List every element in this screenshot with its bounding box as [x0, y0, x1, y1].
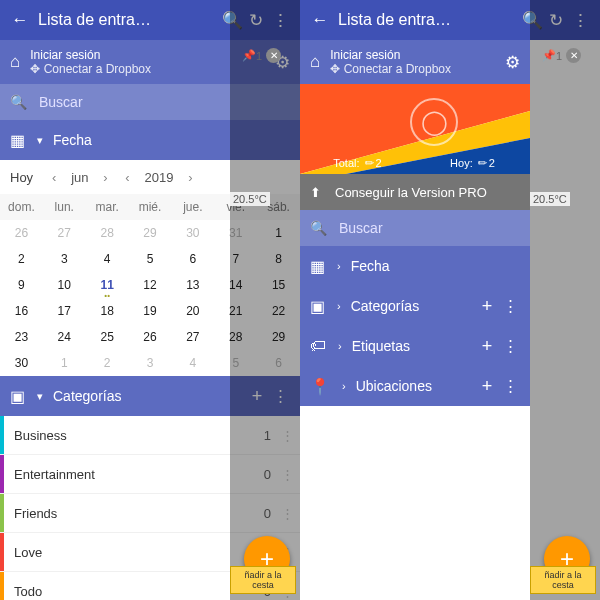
- section-ubicaciones[interactable]: 📍 › Ubicaciones + ⋮: [300, 366, 530, 406]
- section-fecha[interactable]: ▦ › Fecha: [300, 246, 530, 286]
- back-icon[interactable]: ←: [308, 10, 332, 30]
- calendar-day[interactable]: 27: [171, 324, 214, 350]
- dropbox-label: Conectar a Dropbox: [44, 62, 151, 76]
- calendar-day[interactable]: 1: [43, 350, 86, 376]
- calendar-day[interactable]: 29: [129, 220, 172, 246]
- calendar-day[interactable]: 10: [43, 272, 86, 298]
- today-button[interactable]: Hoy: [0, 170, 43, 185]
- calendar-day[interactable]: 5: [129, 246, 172, 272]
- calendar-day[interactable]: 18: [86, 298, 129, 324]
- upgrade-pro[interactable]: ⬆ Conseguir la Version PRO: [300, 174, 530, 210]
- calendar-day[interactable]: 4: [86, 246, 129, 272]
- year-next-icon[interactable]: ›: [179, 170, 201, 185]
- cart-snippet[interactable]: ñadir a la cesta: [230, 566, 296, 594]
- calendar-day[interactable]: 6: [171, 246, 214, 272]
- calendar-day[interactable]: 13: [171, 272, 214, 298]
- section-categorias[interactable]: ▣ › Categorías + ⋮: [300, 286, 530, 326]
- category-name: Entertainment: [14, 467, 264, 482]
- home-icon: ⌂: [10, 52, 20, 72]
- calendar-day[interactable]: 3: [43, 246, 86, 272]
- calendar-day[interactable]: 12: [129, 272, 172, 298]
- avatar-icon[interactable]: ◯: [410, 98, 458, 146]
- pro-label: Conseguir la Version PRO: [335, 185, 487, 200]
- category-name: Business: [14, 428, 264, 443]
- dayname: lun.: [43, 194, 86, 220]
- dropbox-label: Conectar a Dropbox: [344, 62, 451, 76]
- calendar-day[interactable]: 24: [43, 324, 86, 350]
- hero-panel: ◯ Total: ✎2 Hoy: ✎2: [300, 84, 530, 174]
- back-icon[interactable]: ←: [8, 10, 32, 30]
- magnify-icon: 🔍: [310, 220, 327, 236]
- category-color: [0, 416, 4, 454]
- calendar-day[interactable]: 16: [0, 298, 43, 324]
- pin-icon: 📍: [310, 377, 330, 396]
- add-button[interactable]: +: [474, 296, 500, 317]
- calendar-day[interactable]: 27: [43, 220, 86, 246]
- section-etiquetas[interactable]: 🏷 › Etiquetas + ⋮: [300, 326, 530, 366]
- dayname: jue.: [171, 194, 214, 220]
- home-icon: ⌂: [310, 52, 320, 72]
- calendar-day[interactable]: 25: [86, 324, 129, 350]
- background-dimmer: 📌 1 ✕ 20.5°C: [530, 0, 600, 600]
- calendar-day[interactable]: 28: [86, 220, 129, 246]
- dayname: dom.: [0, 194, 43, 220]
- cart-snippet[interactable]: ñadir a la cesta: [530, 566, 596, 594]
- page-title: Lista de entra…: [32, 11, 220, 29]
- calendar-day[interactable]: 3: [129, 350, 172, 376]
- pin-count: 📌 1 ✕: [542, 48, 581, 63]
- calendar-day[interactable]: 2: [86, 350, 129, 376]
- chevron-down-icon: ▾: [37, 390, 43, 403]
- dayname: mar.: [86, 194, 129, 220]
- calendar-day[interactable]: 23: [0, 324, 43, 350]
- add-button[interactable]: +: [474, 376, 500, 397]
- calendar-day[interactable]: 26: [129, 324, 172, 350]
- login-label: Iniciar sesión: [30, 48, 100, 62]
- upgrade-icon: ⬆: [310, 185, 321, 200]
- month-prev-icon[interactable]: ‹: [43, 170, 65, 185]
- month-next-icon[interactable]: ›: [94, 170, 116, 185]
- menu-icon[interactable]: ⋮: [500, 297, 520, 315]
- chevron-right-icon: ›: [342, 380, 346, 392]
- chevron-right-icon: ›: [337, 300, 341, 312]
- temperature-badge: 20.5°C: [230, 192, 270, 206]
- category-name: Todo: [14, 584, 264, 599]
- magnify-icon: 🔍: [10, 94, 27, 110]
- calendar-day[interactable]: 20: [171, 298, 214, 324]
- category-name: Love: [14, 545, 264, 560]
- category-name: Friends: [14, 506, 264, 521]
- calendar-day[interactable]: 30: [0, 350, 43, 376]
- page-title: Lista de entra…: [332, 11, 520, 29]
- category-color: [0, 494, 4, 532]
- year-prev-icon[interactable]: ‹: [116, 170, 138, 185]
- calendar-day[interactable]: 19: [129, 298, 172, 324]
- search-input[interactable]: [337, 219, 520, 237]
- year-label: 2019: [138, 170, 179, 185]
- calendar-day[interactable]: 2: [0, 246, 43, 272]
- account-banner[interactable]: ⌂ Iniciar sesión ✥ Conectar a Dropbox ⚙: [300, 40, 530, 84]
- calendar-day[interactable]: 11: [86, 272, 129, 298]
- calendar-day[interactable]: 9: [0, 272, 43, 298]
- calendar-icon: ▦: [10, 131, 25, 150]
- menu-icon[interactable]: ⋮: [500, 377, 520, 395]
- tag-icon: 🏷: [310, 337, 326, 355]
- category-color: [0, 533, 4, 571]
- stat-total: Total: ✎2: [300, 157, 415, 170]
- pin-count: 📌 1 ✕: [242, 48, 281, 63]
- chevron-right-icon: ›: [337, 260, 341, 272]
- calendar-day[interactable]: 26: [0, 220, 43, 246]
- calendar-day[interactable]: 4: [171, 350, 214, 376]
- search-bar[interactable]: 🔍: [300, 210, 530, 246]
- menu-icon[interactable]: ⋮: [500, 337, 520, 355]
- gear-icon[interactable]: ⚙: [505, 52, 520, 73]
- temperature-badge: 20.5°C: [530, 192, 570, 206]
- category-color: [0, 455, 4, 493]
- calendar-day[interactable]: 30: [171, 220, 214, 246]
- category-color: [0, 572, 4, 600]
- dayname: mié.: [129, 194, 172, 220]
- chevron-down-icon: ▾: [37, 134, 43, 147]
- login-label: Iniciar sesión: [330, 48, 400, 62]
- background-dimmer: 📌 1 ✕ 20.5°C: [230, 0, 300, 600]
- calendar-day[interactable]: 17: [43, 298, 86, 324]
- chevron-right-icon: ›: [338, 340, 342, 352]
- add-button[interactable]: +: [474, 336, 500, 357]
